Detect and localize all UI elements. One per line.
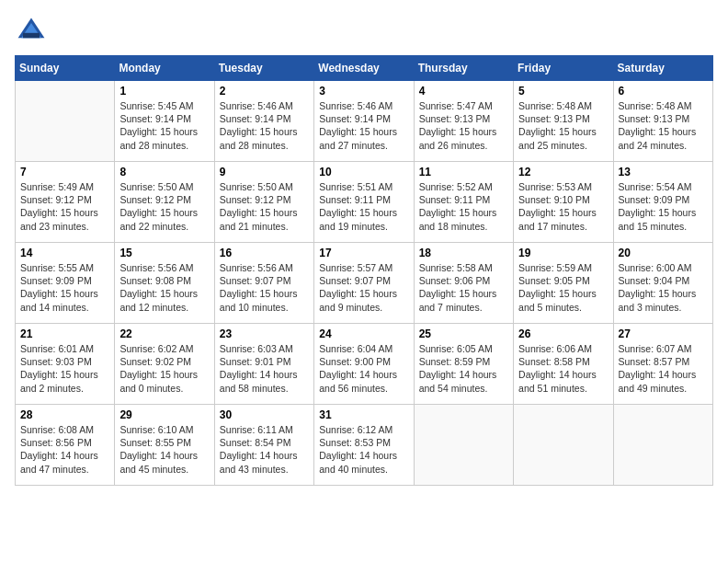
day-info: Sunrise: 5:46 AMSunset: 9:14 PMDaylight:… <box>319 99 408 152</box>
day-info: Sunrise: 5:48 AMSunset: 9:13 PMDaylight:… <box>619 99 708 152</box>
day-info: Sunrise: 6:07 AMSunset: 8:57 PMDaylight:… <box>619 342 708 395</box>
calendar-cell: 10Sunrise: 5:51 AMSunset: 9:11 PMDayligh… <box>314 162 414 243</box>
weekday-header-monday: Monday <box>115 56 214 81</box>
calendar-cell: 14Sunrise: 5:55 AMSunset: 9:09 PMDayligh… <box>16 243 115 324</box>
calendar-cell: 26Sunrise: 6:06 AMSunset: 8:58 PMDayligh… <box>514 324 613 405</box>
day-number: 17 <box>319 247 408 259</box>
day-info: Sunrise: 6:02 AMSunset: 9:02 PMDaylight:… <box>119 342 209 395</box>
calendar-cell: 21Sunrise: 6:01 AMSunset: 9:03 PMDayligh… <box>16 324 115 405</box>
week-row-2: 7Sunrise: 5:49 AMSunset: 9:12 PMDaylight… <box>16 162 713 243</box>
day-number: 4 <box>419 85 508 98</box>
day-info: Sunrise: 5:53 AMSunset: 9:10 PMDaylight:… <box>518 180 608 233</box>
day-info: Sunrise: 5:58 AMSunset: 9:06 PMDaylight:… <box>419 261 508 314</box>
day-info: Sunrise: 5:59 AMSunset: 9:05 PMDaylight:… <box>518 261 608 314</box>
day-number: 30 <box>220 408 309 421</box>
calendar-cell: 1Sunrise: 5:45 AMSunset: 9:14 PMDaylight… <box>115 81 214 162</box>
day-info: Sunrise: 5:57 AMSunset: 9:07 PMDaylight:… <box>319 261 408 314</box>
calendar-cell: 28Sunrise: 6:08 AMSunset: 8:56 PMDayligh… <box>16 405 115 486</box>
day-info: Sunrise: 6:08 AMSunset: 8:56 PMDaylight:… <box>20 423 109 476</box>
day-info: Sunrise: 5:47 AMSunset: 9:13 PMDaylight:… <box>419 99 508 152</box>
calendar-cell: 3Sunrise: 5:46 AMSunset: 9:14 PMDaylight… <box>314 81 414 162</box>
day-number: 20 <box>619 247 708 259</box>
weekday-header-friday: Friday <box>514 56 613 81</box>
week-row-1: 1Sunrise: 5:45 AMSunset: 9:14 PMDaylight… <box>16 81 713 162</box>
calendar-cell: 8Sunrise: 5:50 AMSunset: 9:12 PMDaylight… <box>115 162 214 243</box>
day-number: 10 <box>319 166 408 178</box>
day-info: Sunrise: 5:56 AMSunset: 9:08 PMDaylight:… <box>119 261 209 314</box>
calendar-cell: 16Sunrise: 5:56 AMSunset: 9:07 PMDayligh… <box>214 243 313 324</box>
day-info: Sunrise: 6:10 AMSunset: 8:55 PMDaylight:… <box>119 423 209 476</box>
calendar-cell: 2Sunrise: 5:46 AMSunset: 9:14 PMDaylight… <box>214 81 313 162</box>
day-info: Sunrise: 6:11 AMSunset: 8:54 PMDaylight:… <box>220 423 309 476</box>
day-info: Sunrise: 6:06 AMSunset: 8:58 PMDaylight:… <box>518 342 608 395</box>
day-info: Sunrise: 5:52 AMSunset: 9:11 PMDaylight:… <box>419 180 508 233</box>
calendar-cell: 19Sunrise: 5:59 AMSunset: 9:05 PMDayligh… <box>514 243 613 324</box>
day-info: Sunrise: 5:48 AMSunset: 9:13 PMDaylight:… <box>518 99 608 152</box>
calendar-cell <box>613 405 712 486</box>
day-number: 8 <box>119 166 209 178</box>
day-number: 26 <box>518 327 608 340</box>
weekday-header-wednesday: Wednesday <box>314 56 414 81</box>
calendar-cell: 20Sunrise: 6:00 AMSunset: 9:04 PMDayligh… <box>613 243 712 324</box>
calendar-cell: 15Sunrise: 5:56 AMSunset: 9:08 PMDayligh… <box>115 243 214 324</box>
week-row-4: 21Sunrise: 6:01 AMSunset: 9:03 PMDayligh… <box>16 324 713 405</box>
day-info: Sunrise: 5:46 AMSunset: 9:14 PMDaylight:… <box>220 99 309 152</box>
day-number: 1 <box>119 85 209 98</box>
calendar-cell: 29Sunrise: 6:10 AMSunset: 8:55 PMDayligh… <box>115 405 214 486</box>
day-number: 5 <box>518 85 608 98</box>
day-number: 31 <box>319 408 408 421</box>
day-number: 7 <box>20 166 109 178</box>
calendar-cell <box>16 81 115 162</box>
day-number: 19 <box>518 247 608 259</box>
day-number: 22 <box>119 327 209 340</box>
day-info: Sunrise: 6:01 AMSunset: 9:03 PMDaylight:… <box>20 342 109 395</box>
day-info: Sunrise: 5:49 AMSunset: 9:12 PMDaylight:… <box>20 180 109 233</box>
day-info: Sunrise: 6:12 AMSunset: 8:53 PMDaylight:… <box>319 423 408 476</box>
day-number: 15 <box>119 247 209 259</box>
day-number: 25 <box>419 327 508 340</box>
calendar-cell: 6Sunrise: 5:48 AMSunset: 9:13 PMDaylight… <box>613 81 712 162</box>
calendar-cell <box>514 405 613 486</box>
weekday-header-thursday: Thursday <box>414 56 513 81</box>
calendar-cell: 11Sunrise: 5:52 AMSunset: 9:11 PMDayligh… <box>414 162 513 243</box>
day-number: 11 <box>419 166 508 178</box>
weekday-header-tuesday: Tuesday <box>214 56 313 81</box>
day-number: 24 <box>319 327 408 340</box>
weekday-header-sunday: Sunday <box>16 56 115 81</box>
calendar-cell: 18Sunrise: 5:58 AMSunset: 9:06 PMDayligh… <box>414 243 513 324</box>
day-number: 21 <box>20 327 109 340</box>
svg-rect-2 <box>23 33 40 38</box>
calendar-cell: 9Sunrise: 5:50 AMSunset: 9:12 PMDaylight… <box>214 162 313 243</box>
week-row-3: 14Sunrise: 5:55 AMSunset: 9:09 PMDayligh… <box>16 243 713 324</box>
day-info: Sunrise: 6:03 AMSunset: 9:01 PMDaylight:… <box>220 342 309 395</box>
day-number: 9 <box>220 166 309 178</box>
calendar-cell <box>414 405 513 486</box>
day-number: 29 <box>119 408 209 421</box>
calendar-cell: 12Sunrise: 5:53 AMSunset: 9:10 PMDayligh… <box>514 162 613 243</box>
calendar-cell: 27Sunrise: 6:07 AMSunset: 8:57 PMDayligh… <box>613 324 712 405</box>
day-number: 14 <box>20 247 109 259</box>
day-info: Sunrise: 5:50 AMSunset: 9:12 PMDaylight:… <box>119 180 209 233</box>
weekday-header-saturday: Saturday <box>613 56 712 81</box>
day-number: 3 <box>319 85 408 98</box>
calendar-cell: 31Sunrise: 6:12 AMSunset: 8:53 PMDayligh… <box>314 405 414 486</box>
logo-icon <box>15 15 48 48</box>
day-info: Sunrise: 5:55 AMSunset: 9:09 PMDaylight:… <box>20 261 109 314</box>
day-info: Sunrise: 6:04 AMSunset: 9:00 PMDaylight:… <box>319 342 408 395</box>
calendar-header-row: SundayMondayTuesdayWednesdayThursdayFrid… <box>16 56 713 81</box>
calendar-cell: 24Sunrise: 6:04 AMSunset: 9:00 PMDayligh… <box>314 324 414 405</box>
day-number: 18 <box>419 247 508 259</box>
day-number: 27 <box>619 327 708 340</box>
day-info: Sunrise: 5:50 AMSunset: 9:12 PMDaylight:… <box>220 180 309 233</box>
day-number: 6 <box>619 85 708 98</box>
calendar-cell: 4Sunrise: 5:47 AMSunset: 9:13 PMDaylight… <box>414 81 513 162</box>
calendar-table: SundayMondayTuesdayWednesdayThursdayFrid… <box>15 55 713 486</box>
day-info: Sunrise: 5:45 AMSunset: 9:14 PMDaylight:… <box>119 99 209 152</box>
calendar-cell: 13Sunrise: 5:54 AMSunset: 9:09 PMDayligh… <box>613 162 712 243</box>
day-number: 16 <box>220 247 309 259</box>
calendar-cell: 23Sunrise: 6:03 AMSunset: 9:01 PMDayligh… <box>214 324 313 405</box>
logo <box>15 15 51 48</box>
page-header <box>15 15 713 48</box>
calendar-cell: 17Sunrise: 5:57 AMSunset: 9:07 PMDayligh… <box>314 243 414 324</box>
day-info: Sunrise: 5:56 AMSunset: 9:07 PMDaylight:… <box>220 261 309 314</box>
